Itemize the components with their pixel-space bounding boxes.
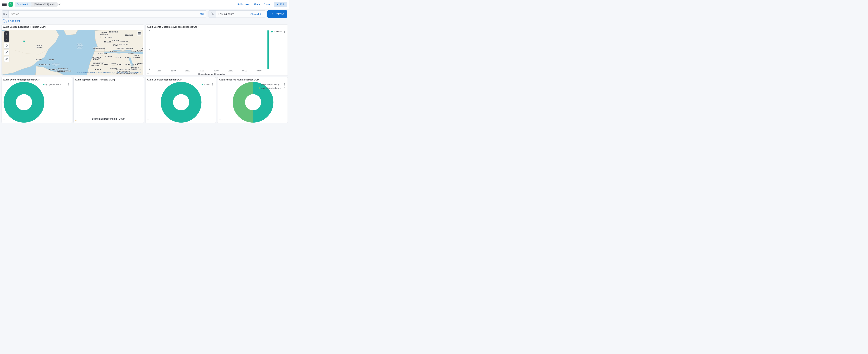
y-tick: 1: [149, 49, 150, 51]
chevron-down-icon: [213, 13, 215, 15]
legend-actions-icon[interactable]: ⋮: [283, 30, 286, 33]
map-label: ITALY: [113, 44, 118, 46]
measure-button[interactable]: [4, 50, 9, 55]
calendar-button[interactable]: [209, 10, 216, 18]
breadcrumb-root[interactable]: Dashboard: [15, 2, 30, 7]
map-canvas[interactable]: UNITEDSTATES MEXICO CUBA GUATEMALA PANAM…: [2, 30, 143, 75]
donut-chart[interactable]: [160, 82, 202, 123]
table-toggle-icon[interactable]: ☰: [147, 119, 149, 122]
crosshair-icon: [5, 45, 8, 47]
map-label: MEXICO: [35, 59, 42, 61]
empty-chart-label: user.email: Descending - Count: [73, 118, 144, 120]
search-box: KQL: [2, 10, 207, 18]
pencil-icon: [276, 3, 279, 6]
legend-actions-icon[interactable]: ⋮: [283, 83, 286, 86]
donut-chart[interactable]: [3, 82, 45, 123]
x-tick: 03:00: [228, 69, 233, 72]
fit-bounds-button[interactable]: [4, 43, 9, 48]
legend-actions-icon[interactable]: ⋮: [211, 83, 214, 86]
map-label: UNITEDKINGDOM: [100, 32, 108, 36]
kql-badge[interactable]: KQL: [197, 10, 207, 18]
add-filter-link[interactable]: + Add filter: [8, 19, 20, 22]
legend-label[interactable]: projects/qwiklabs-gcp-...: [261, 83, 282, 85]
panel-top-user-email: Audit Top User Email [Filebeat GCP] user…: [73, 77, 144, 123]
tools-button[interactable]: [4, 57, 9, 62]
legend-actions-icon[interactable]: ⋮: [67, 83, 70, 86]
map-label: GREECE: [117, 47, 124, 49]
panel-resource-name: Audit Resource Name [Filebeat GCP] proje…: [217, 77, 288, 123]
map-label: GUYANA: [64, 70, 71, 72]
map-label: FRANCE: [104, 41, 112, 43]
calendar-icon: [210, 13, 213, 15]
legend-dot: [258, 84, 260, 85]
search-icon: [3, 13, 5, 15]
bar-success[interactable]: [268, 30, 269, 69]
time-picker[interactable]: Last 24 hours Show dates: [208, 10, 266, 18]
x-axis-label: @timestamp per 30 minutes: [152, 73, 271, 75]
map-label: NIGER: [111, 63, 116, 64]
x-tick: 09:00: [256, 69, 261, 72]
zoom-in-button[interactable]: ＋: [4, 31, 9, 36]
legend-actions-icon[interactable]: ⋮: [283, 87, 286, 90]
map-label: CaribbeanSea: [52, 63, 60, 67]
share-link[interactable]: Share: [253, 3, 260, 6]
attr-link[interactable]: OpenStreetMap contributors↗: [115, 71, 141, 73]
check-icon: ✓: [59, 3, 61, 6]
legend-label[interactable]: projects/qwiklabs-gcp-...: [261, 87, 282, 89]
warning-icon[interactable]: ⚠: [75, 119, 77, 122]
layers-button[interactable]: [137, 31, 142, 36]
map-label: ROMANIA: [120, 40, 128, 42]
table-toggle-icon[interactable]: ☰: [219, 119, 221, 122]
time-range-label: Last 24 hours: [216, 10, 248, 18]
table-toggle-icon[interactable]: ☰: [3, 119, 5, 122]
map-label: SENEGAL: [91, 65, 99, 67]
refresh-button[interactable]: Refresh: [267, 10, 287, 18]
search-input[interactable]: [9, 10, 197, 18]
legend-label[interactable]: google.pubsub.v1.Subsc...: [45, 83, 66, 85]
panel-audit-event-action: Audit Event Action [Filebeat GCP] google…: [1, 77, 72, 123]
map-label: ERITREA: [131, 63, 138, 65]
panel-audit-source-locations: Audit Source Locations [Filebeat GCP]: [1, 24, 144, 76]
search-options-button[interactable]: [2, 10, 9, 18]
map-label: ALGERIA: [104, 56, 112, 58]
show-dates-link[interactable]: Show dates: [248, 10, 266, 18]
map-label: BELGIUM: [104, 36, 113, 38]
map-label: PANAMA: [49, 68, 57, 70]
edit-button[interactable]: Edit: [274, 2, 287, 7]
map-label: GUINEA: [95, 68, 101, 70]
fullscreen-link[interactable]: Full screen: [237, 3, 250, 6]
map-label: GUATEMALA: [39, 64, 50, 66]
map-label: BULGARIA: [120, 44, 129, 46]
dashboard-grid: Audit Source Locations [Filebeat GCP]: [0, 24, 289, 125]
map-zoom-readout: zoom: 1.97: [131, 68, 141, 71]
bar-chart-area[interactable]: [152, 30, 271, 69]
wrench-icon: [5, 58, 8, 60]
map-label: PORTUGAL: [93, 47, 103, 49]
map-data-point[interactable]: [23, 40, 25, 42]
zoom-out-button[interactable]: －: [4, 36, 9, 42]
menu-toggle[interactable]: [2, 2, 7, 7]
x-tick: 18:00: [185, 69, 190, 72]
panel-title: Audit Event Action [Filebeat GCP]: [2, 77, 72, 82]
map-label: SYRIA: [131, 50, 136, 52]
attr-link[interactable]: OpenMapTiles↗: [98, 71, 113, 73]
legend-label[interactable]: success: [274, 30, 282, 33]
attr-link[interactable]: Elastic Maps Service↗: [77, 71, 96, 73]
refresh-label: Refresh: [275, 12, 284, 16]
map-label: MOROCCO: [98, 53, 106, 54]
panel-title: Audit Resource Name [Filebeat GCP]: [217, 77, 287, 82]
y-tick: 2: [149, 29, 150, 32]
edit-label: Edit: [280, 3, 284, 6]
chart-legend: projects/qwiklabs-gcp-... ⋮ projects/qwi…: [258, 83, 286, 90]
filter-settings-icon[interactable]: [3, 19, 6, 23]
space-badge[interactable]: D: [8, 2, 13, 7]
legend-label[interactable]: Other: [205, 83, 210, 85]
x-axis: 12:00 15:00 18:00 21:00 00:00 03:00 06:0…: [152, 69, 271, 72]
table-toggle-icon[interactable]: ☰: [147, 71, 149, 75]
clone-link[interactable]: Clone: [264, 3, 270, 6]
top-nav: D Dashboard [Filebeat GCP] Audit ✓ Full …: [0, 0, 289, 9]
x-tick: 15:00: [171, 69, 176, 72]
map-label: CUBA: [49, 59, 54, 61]
map-toolbar: ＋ －: [4, 31, 9, 62]
svg-line-8: [6, 52, 7, 53]
